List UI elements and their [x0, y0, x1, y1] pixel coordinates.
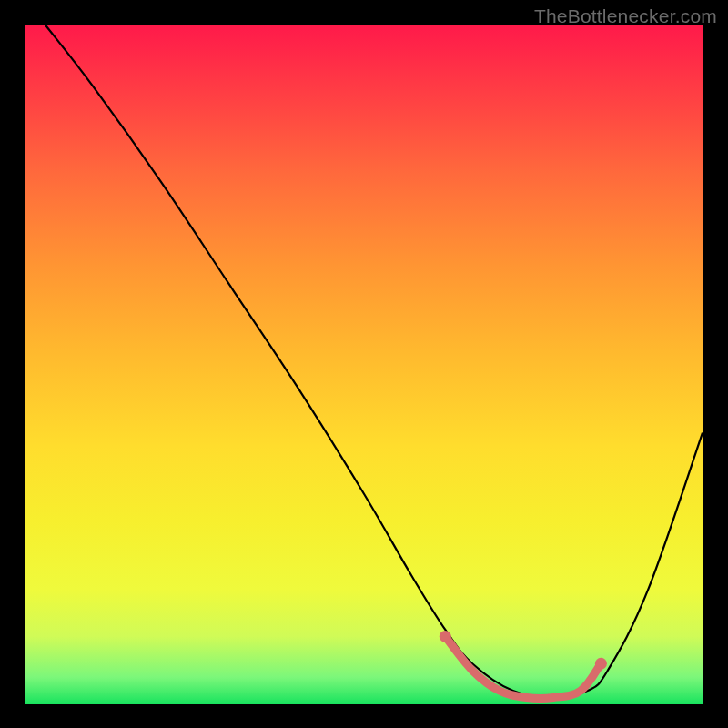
optimal-band-endpoint [595, 658, 607, 670]
optimal-band-endpoint [440, 631, 451, 642]
attribution-label: TheBottlenecker.com [534, 5, 717, 27]
bottleneck-curve-line [46, 25, 703, 698]
chart-svg [25, 25, 703, 704]
optimal-band-line [445, 636, 601, 698]
chart-plot-area [25, 25, 703, 704]
